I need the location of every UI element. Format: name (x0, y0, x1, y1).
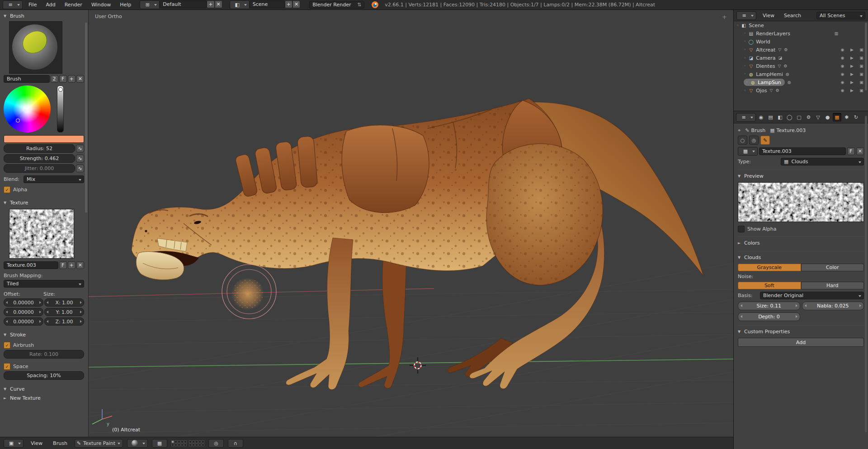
hard-noise-button[interactable]: Hard (801, 282, 864, 289)
tab-render[interactable]: ◉ (757, 113, 765, 122)
mesh-data-icon[interactable]: ▽ (770, 88, 773, 93)
eye-toggle-icon[interactable]: ◉ (839, 56, 846, 60)
viewport-menu-view[interactable]: View (28, 440, 46, 446)
mesh-data-icon[interactable]: ▽ (778, 47, 781, 52)
alpha-checkbox[interactable]: ✓ (4, 186, 10, 193)
offset-y-field[interactable]: 0.00000 (4, 308, 43, 316)
color-button[interactable]: Color (801, 264, 864, 271)
outliner-row-lamphemi[interactable]: ◦ ◍ LampHemi ◍ ◉ ▶ ▣ (734, 70, 868, 78)
tab-object[interactable]: ▢ (795, 113, 803, 122)
select-toggle-icon[interactable]: ▶ (848, 88, 856, 93)
tab-render-layers[interactable]: ▤ (766, 113, 775, 122)
tab-scene[interactable]: ◧ (776, 113, 784, 122)
outliner-row-world[interactable]: ◦ ◯ World (734, 38, 868, 46)
outliner-item-label[interactable]: RenderLayers (756, 31, 790, 37)
select-toggle-icon[interactable]: ▶ (848, 47, 856, 52)
select-toggle-icon[interactable]: ▶ (848, 64, 856, 68)
expand-dot-icon[interactable]: ◦ (744, 64, 746, 68)
strength-slider[interactable]: Strength: 0.462 (4, 154, 75, 163)
add-layout-button[interactable]: + (207, 0, 214, 8)
tab-physics[interactable]: ↻ (852, 113, 860, 122)
expand-dot-icon[interactable]: ◦ (744, 31, 746, 36)
expand-dot-icon[interactable]: ◦ (744, 88, 746, 93)
modifier-icon[interactable]: ⚙ (775, 88, 779, 93)
eye-toggle-icon[interactable]: ◉ (839, 88, 846, 93)
panel-header-preview[interactable]: ▼ Preview (738, 172, 864, 180)
render-toggle-icon[interactable]: ▣ (858, 88, 865, 93)
size-y-field[interactable]: Y: 1.00 (44, 308, 84, 316)
expand-dot-icon[interactable]: ◦ (736, 23, 739, 28)
panel-header-new-texture[interactable]: ► New Texture (4, 394, 84, 402)
viewport-shading-select[interactable] (127, 439, 148, 448)
context-brush[interactable]: ✎ Brush (745, 128, 765, 133)
tool-shelf-scrollbar[interactable] (85, 23, 87, 213)
offset-z-field[interactable]: 0.00000 (4, 317, 43, 326)
viewport-editor-icon[interactable]: ▣ (4, 439, 24, 448)
outliner-item-label[interactable]: World (756, 39, 770, 45)
offset-x-field[interactable]: 0.00000 (4, 298, 43, 307)
panel-header-brush[interactable]: ▼ Brush (4, 12, 84, 20)
unlink-brush-button[interactable]: ✕ (76, 75, 84, 83)
unlink-texture-button[interactable]: ✕ (76, 261, 84, 269)
outliner-scope-select[interactable]: All Scenes (816, 12, 865, 19)
brush-texture-slot-icon[interactable]: ✎ (760, 136, 770, 145)
render-toggle-icon[interactable]: ▣ (858, 80, 865, 85)
texture-fake-user-button[interactable]: F (847, 147, 855, 155)
renderlayer-data-icon[interactable]: ▥ (834, 31, 838, 36)
proportional-edit-icon[interactable]: ◎ (208, 439, 224, 448)
add-texture-button[interactable]: + (68, 261, 75, 269)
texture-slot-a-icon[interactable]: ○ (738, 136, 747, 145)
close-scene-button[interactable]: ✕ (292, 0, 300, 8)
render-toggle-icon[interactable]: ▣ (858, 47, 865, 52)
camera-data-icon[interactable]: ◪ (778, 56, 782, 60)
viewport-3d[interactable]: User Ortho (0) Altcreat y + ▼ Brush Brus… (0, 10, 733, 449)
scene-field[interactable]: Scene (250, 0, 285, 8)
selected-item-highlight[interactable]: ◦ ◍ LampSun (744, 79, 785, 86)
outliner-item-label[interactable]: Scene (749, 23, 764, 28)
lamp-data-icon[interactable]: ◍ (786, 72, 789, 76)
tab-object-data[interactable]: ▽ (814, 113, 822, 122)
brush-name-field[interactable]: Brush (4, 75, 50, 83)
viewport-canvas[interactable] (0, 10, 733, 437)
render-toggle-icon[interactable]: ▣ (858, 64, 865, 68)
menu-help[interactable]: Help (117, 2, 134, 8)
add-scene-button[interactable]: + (285, 0, 292, 8)
add-brush-button[interactable]: + (68, 75, 75, 83)
outliner-row-ojos[interactable]: ◦ ▽ Ojos ▽ ⚙ ◉ ▶ ▣ (734, 86, 868, 95)
expand-dot-icon[interactable]: ◦ (744, 72, 746, 76)
panel-header-clouds[interactable]: ▼ Clouds (738, 254, 864, 261)
texture-slot-b-icon[interactable]: ◎ (749, 136, 759, 145)
render-engine-select[interactable]: Blender Render⇅ (309, 1, 364, 9)
value-slider[interactable] (57, 85, 64, 132)
pin-icon[interactable]: ⌖ (738, 128, 741, 133)
size-x-field[interactable]: X: 1.00 (44, 298, 84, 307)
scene-browse-icon[interactable]: ◧ (230, 0, 250, 9)
nabla-field[interactable]: Nabla: 0.025 (802, 302, 864, 310)
tab-modifiers[interactable]: ⚙ (804, 113, 813, 122)
show-alpha-checkbox[interactable] (738, 226, 745, 232)
render-toggle-icon[interactable]: ▣ (858, 56, 865, 60)
outliner-row-dientes[interactable]: ◦ ▽ Dientes ▽ ⚙ ◉ ▶ ▣ (734, 62, 868, 70)
outliner-row-altcreat[interactable]: ◦ ▽ Altcreat ▽ ⚙ ◉ ▶ ▣ (734, 46, 868, 54)
panel-header-curve[interactable]: ▼ Curve (4, 385, 84, 393)
eye-toggle-icon[interactable]: ◉ (839, 47, 846, 52)
expand-dot-icon[interactable]: ◦ (745, 80, 748, 85)
menu-render[interactable]: Render (61, 2, 85, 8)
texture-datablock-field[interactable]: Texture.003 (759, 147, 846, 155)
depth-field[interactable]: Depth: 0 (738, 312, 800, 321)
region-expand-icon[interactable]: + (722, 14, 727, 20)
render-toggle-icon[interactable]: ▣ (858, 72, 865, 76)
panel-header-colors[interactable]: ► Colors (738, 239, 864, 247)
expand-dot-icon[interactable]: ◦ (744, 39, 746, 44)
outliner-item-label[interactable]: Ojos (756, 88, 767, 94)
noise-size-field[interactable]: Size: 0.11 (738, 302, 800, 310)
eye-toggle-icon[interactable]: ◉ (839, 64, 846, 68)
select-toggle-icon[interactable]: ▶ (848, 80, 856, 85)
outliner-item-label[interactable]: Dientes (756, 63, 775, 69)
spacing-slider[interactable]: Spacing: 10% (4, 371, 84, 380)
outliner-item-label[interactable]: Camera (756, 55, 775, 61)
panel-header-custom-properties[interactable]: ▼ Custom Properties (738, 328, 864, 336)
properties-editor-icon[interactable]: ≡ (736, 113, 756, 122)
radius-pressure-icon[interactable]: ∿ (76, 145, 84, 152)
select-toggle-icon[interactable]: ▶ (848, 72, 856, 76)
